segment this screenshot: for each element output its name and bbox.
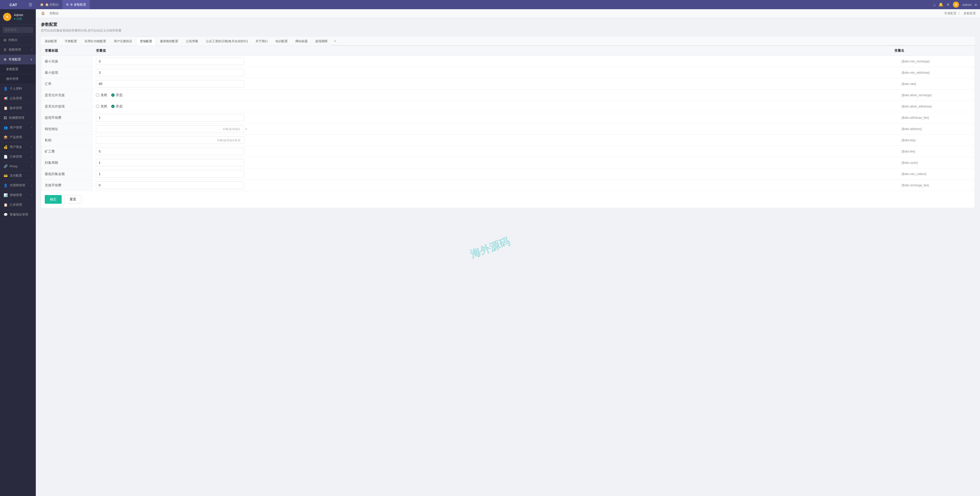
table-row: 最小充值 {$site.min_recharge}	[41, 56, 975, 67]
chevron-right-icon-2: ›	[32, 126, 32, 129]
radio-recharge-on[interactable]: 开启	[111, 93, 123, 97]
top-nav-right: ⌂ 🔔 ✕ B Admin ≡	[933, 2, 977, 8]
tab-invite-rules[interactable]: 邀请规则配置	[156, 37, 182, 46]
input-address[interactable]	[96, 125, 244, 132]
topnav-bell-icon[interactable]: 🔔	[939, 2, 943, 7]
form-table: 变量标题 变量值 变量名 最小充值 {$site.min_recharge} 最…	[41, 46, 975, 208]
page-title: 参数配置	[41, 22, 975, 27]
menu-icon[interactable]: ☰	[29, 2, 32, 7]
topnav-home-icon[interactable]: ⌂	[933, 3, 935, 7]
admin-label: Admin	[962, 3, 972, 6]
row-varname-9: {$site.cycle}	[898, 158, 975, 167]
tab-user-agreement[interactable]: 用户注册协议	[110, 37, 136, 46]
row-varname-8: {$site.fee}	[898, 147, 975, 156]
top-nav: CAT ☰ 🏠 🏠 控制台 ⚙ ⚙ 参数配置 ⌂ 🔔 ✕ B Admin ≡	[0, 0, 980, 9]
input-min-collect[interactable]	[96, 170, 244, 178]
table-row: 私钥 归账/提现地址私钥 {$site.key}	[41, 135, 975, 146]
sidebar-item-params[interactable]: 参数配置	[0, 64, 36, 74]
row-label-0: 最小充值	[41, 56, 92, 67]
tab-salary-date[interactable]: 公众工资的日期(每月自动扣行)	[202, 37, 251, 46]
input-min-recharge[interactable]	[96, 57, 244, 65]
input-key[interactable]	[96, 136, 244, 144]
sidebar-item-huiben[interactable]: 📋 汇本管理	[0, 200, 36, 210]
tab-notice-popup[interactable]: 公告弹窗	[182, 37, 202, 46]
row-value-0	[92, 56, 898, 67]
marketing-icon: 📊	[3, 193, 8, 197]
form-table-header: 变量标题 变量值 变量名	[41, 46, 975, 56]
sidebar-item-proxy[interactable]: 🔗 Proxy ›	[0, 162, 36, 171]
sidebar-item-funds[interactable]: 💰 用户资金 ›	[0, 142, 36, 152]
search-input[interactable]	[3, 27, 33, 33]
sidebar-item-carousel[interactable]: 🖼 轮播图管理	[0, 113, 36, 123]
row-value-10	[92, 169, 898, 179]
breadcrumb: 🏠 控制台 常规配置 / 参数配置	[36, 9, 980, 18]
tab-basic-config[interactable]: 基础配置	[41, 37, 61, 46]
row-label-4: 是否允许提现	[41, 101, 92, 112]
chevron-right-icon-7: ›	[32, 194, 32, 196]
users-icon: 👥	[3, 126, 8, 129]
breadcrumb-home-link[interactable]: 控制台	[49, 11, 59, 15]
tab-site-title[interactable]: 网站标题	[291, 37, 312, 46]
breadcrumb-right-params[interactable]: 参数配置	[964, 11, 976, 15]
sidebar-item-dashboard[interactable]: ⊞ 控制台	[0, 35, 36, 45]
tab-market-config[interactable]: 货场配置	[136, 37, 156, 46]
tab-about-us[interactable]: 关于我们	[251, 37, 272, 46]
table-row: 归集周期 {$site.cycle}	[41, 157, 975, 168]
tab-app-config[interactable]: 应用社功能配置	[81, 37, 110, 46]
topnav-close-icon[interactable]: ✕	[947, 2, 950, 7]
clear-address-icon[interactable]: ×	[245, 127, 247, 131]
sidebar-item-payment[interactable]: 💳 支付配置	[0, 171, 36, 181]
tab-knowledge[interactable]: 知识配置	[272, 37, 291, 46]
col-label: 变量标题	[45, 48, 96, 53]
topnav-extra-icon[interactable]: ≡	[975, 3, 977, 7]
tab-withdraw-limit[interactable]: 提现期限	[312, 37, 331, 46]
reset-button[interactable]: 重置	[64, 195, 81, 204]
row-varname-7: {$site.key}	[898, 136, 975, 145]
user-name: Admin	[14, 13, 33, 17]
radio-recharge-off[interactable]: 关闭	[96, 93, 107, 97]
row-label-2: 汇率	[41, 78, 92, 89]
nav-item-dashboard[interactable]: 🏠 🏠 控制台	[36, 0, 62, 9]
nav-item-params[interactable]: ⚙ ⚙ 参数配置	[62, 0, 89, 9]
table-row: 提现手续费 {$site.withdraw_fee}	[41, 112, 975, 123]
table-row: 最小提现 {$site.min_withdraw}	[41, 67, 975, 78]
input-fee[interactable]	[96, 148, 244, 155]
sidebar-item-users[interactable]: 👥 用户管理 ›	[0, 123, 36, 132]
row-label-8: 矿工费	[41, 146, 92, 157]
page-desc: 您可以在此修改系统的变量和分组,也可以自定义分组和变量	[41, 29, 975, 33]
radio-group-recharge: 关闭 开启	[96, 91, 894, 99]
sidebar-item-versions[interactable]: 📋 版本管理	[0, 104, 36, 113]
tab-add-button[interactable]: +	[331, 37, 339, 45]
input-recharge-fee[interactable]	[96, 182, 244, 189]
row-varname-4: {$site.allow_withdraw}	[898, 102, 975, 111]
input-cycle[interactable]	[96, 159, 244, 166]
confirm-button[interactable]: 确定	[45, 195, 62, 204]
sidebar-item-agents[interactable]: 👤 代理商管理 ›	[0, 181, 36, 190]
page-content: 参数配置 您可以在此修改系统的变量和分组,也可以自定义分组和变量 基础配置 字典…	[36, 18, 980, 212]
breadcrumb-right-config[interactable]: 常规配置	[944, 11, 956, 15]
sidebar-item-config[interactable]: ⚙ 常规配置 ∨	[0, 55, 36, 64]
radio-withdraw-on[interactable]: 开启	[111, 104, 123, 109]
sidebar-item-products[interactable]: 📦 产品管理	[0, 132, 36, 142]
sidebar-item-profile[interactable]: 👤 个人资料	[0, 84, 36, 94]
input-min-withdraw[interactable]	[96, 69, 244, 76]
table-row: 汇率 {$site.rate}	[41, 78, 975, 89]
chevron-right-icon-4: ›	[32, 155, 32, 158]
config-icon: ⚙	[3, 57, 6, 61]
row-varname-1: {$site.min_withdraw}	[898, 69, 975, 77]
sidebar-item-customer-service[interactable]: 💬 客服地址管理	[0, 210, 36, 220]
user-info: Admin ● 在线	[14, 13, 33, 21]
sidebar-item-plugins[interactable]: 插件管理	[0, 74, 36, 84]
row-label-3: 是否允许充值	[41, 89, 92, 100]
sidebar-item-permissions[interactable]: ☰ 权限管理 ›	[0, 45, 36, 55]
sidebar-item-announcements[interactable]: 📢 公告管理	[0, 94, 36, 104]
row-varname-0: {$site.min_recharge}	[898, 57, 975, 66]
table-row: 是否允许充值 关闭 开启 {$s	[41, 89, 975, 101]
radio-withdraw-off[interactable]: 关闭	[96, 104, 107, 109]
row-label-11: 充值手续费	[41, 180, 92, 191]
sidebar-item-orders[interactable]: 📄 订单管理 ›	[0, 152, 36, 162]
input-withdraw-fee[interactable]	[96, 114, 244, 121]
input-rate[interactable]	[96, 80, 244, 88]
tab-dict-config[interactable]: 字典配置	[61, 37, 81, 46]
sidebar-item-marketing[interactable]: 📊 营销管理 ›	[0, 190, 36, 200]
